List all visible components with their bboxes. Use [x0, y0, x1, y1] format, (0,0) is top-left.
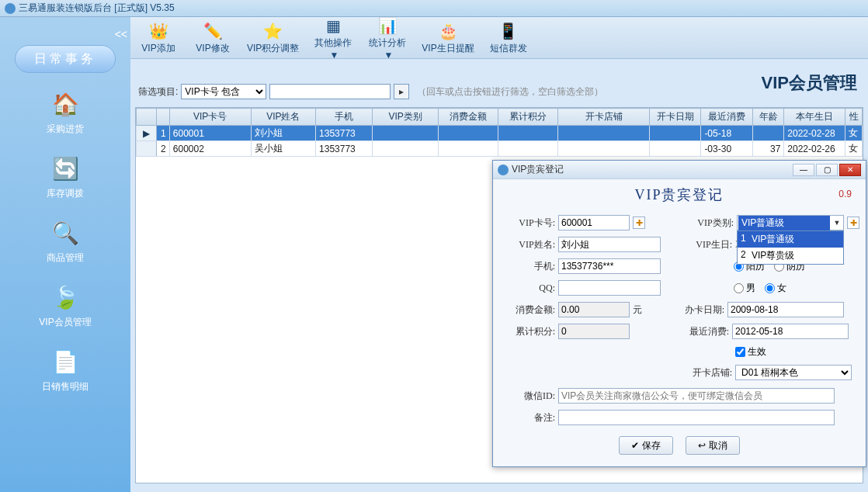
dialog-titlebar[interactable]: VIP贵宾登记 — ▢ ✕	[493, 161, 866, 179]
cancel-button[interactable]: ↩取消	[686, 436, 740, 455]
crown-edit-icon: ✏️	[193, 20, 233, 42]
vip-register-dialog: VIP贵宾登记 — ▢ ✕ VIP贵宾登记 0.9 VIP卡号:✚ VIP类别:…	[492, 160, 866, 467]
sidebar-title: 日常事务	[15, 45, 116, 73]
maximize-button[interactable]: ▢	[816, 164, 838, 176]
toolbar-points[interactable]: ⭐VIP积分调整	[247, 20, 299, 55]
sidebar-collapse-icon[interactable]: <<	[115, 28, 127, 40]
last-date-input[interactable]	[732, 324, 849, 339]
sidebar-item-purchase[interactable]: 🏠采购进货	[0, 88, 130, 136]
grid-col-shop[interactable]: 开卡店铺	[558, 109, 650, 126]
sidebar-item-label: 采购进货	[0, 123, 130, 136]
chevron-down-icon: ▼	[314, 50, 353, 61]
page-title: VIP会员管理	[762, 71, 857, 95]
type-dropdown: 1VIP普通级 2VIP尊贵级	[737, 230, 844, 265]
card-label: VIP卡号:	[507, 217, 555, 230]
chevron-down-icon: ▼	[369, 50, 408, 61]
save-button[interactable]: ✔保存	[619, 436, 673, 455]
grid-col-age[interactable]: 年龄	[752, 109, 784, 126]
transfer-icon: 🔄	[47, 153, 84, 184]
sidebar-item-label: 库存调拨	[0, 187, 130, 200]
card-add-button[interactable]: ✚	[633, 217, 645, 229]
grid-col-open[interactable]: 开卡日期	[650, 109, 701, 126]
house-icon: 🏠	[47, 88, 84, 120]
cake-icon: 🎂	[422, 20, 474, 42]
grid-col-name[interactable]: VIP姓名	[251, 109, 315, 126]
dialog-title: VIP贵宾登记	[512, 163, 791, 176]
table-row[interactable]: 2 600002 吴小姐 1353773 -03-30 37 2022-02-2…	[137, 141, 863, 157]
content-area: 👑VIP添加 ✏️VIP修改 ⭐VIP积分调整 ▦其他操作▼ 📊统计分析▼ 🎂V…	[130, 17, 868, 492]
grid-header-row: VIP卡号 VIP姓名 手机 VIP类别 消费金额 累计积分 开卡店铺 开卡日期…	[137, 109, 863, 126]
table-row[interactable]: ▶ 1 600001 刘小姐 1353773 -05-18 2022-02-28	[137, 126, 863, 141]
toolbar-birthday[interactable]: 🎂VIP生日提醒	[422, 20, 474, 55]
toolbar-stats[interactable]: 📊统计分析▼	[367, 15, 408, 61]
qq-label: QQ:	[507, 282, 555, 294]
note-icon: 📄	[47, 346, 84, 377]
grid-col-phone[interactable]: 手机	[316, 109, 373, 126]
card-input[interactable]	[558, 215, 630, 230]
crown-star-icon: ⭐	[247, 20, 299, 42]
type-combo[interactable]: VIP普通级▼	[737, 215, 844, 230]
qq-input[interactable]	[558, 280, 661, 296]
sidebar-item-label: VIP会员管理	[0, 316, 130, 329]
name-input[interactable]	[558, 237, 661, 252]
app-title: 三易通服装连锁版后台 [正式版] V5.35	[19, 2, 175, 15]
wechat-label: 微信ID:	[507, 390, 555, 403]
sidebar-item-label: 商品管理	[0, 251, 130, 265]
type-label: VIP类别:	[689, 217, 734, 230]
magnify-icon: 🔍	[47, 217, 84, 248]
toolbar-vip-edit[interactable]: ✏️VIP修改	[193, 20, 233, 55]
grid-col-bday[interactable]: 本年生日	[784, 109, 845, 126]
points-label: 累计积分:	[507, 325, 555, 338]
phone-input[interactable]	[558, 258, 661, 274]
filter-row: 筛选项目: VIP卡号 包含 ▸ （回车或点击按钮进行筛选，空白筛选全部）	[130, 59, 868, 107]
name-label: VIP姓名:	[507, 238, 555, 251]
toolbar-vip-add[interactable]: 👑VIP添加	[138, 20, 179, 55]
open-label: 办卡日期:	[679, 303, 724, 317]
minimize-button[interactable]: —	[793, 164, 814, 176]
phone-icon: 📱	[488, 20, 529, 42]
female-radio[interactable]	[765, 283, 775, 293]
close-button[interactable]: ✕	[839, 164, 861, 176]
amount-input	[558, 302, 630, 317]
check-icon: ✔	[631, 440, 639, 451]
remark-input[interactable]	[558, 410, 835, 425]
grid-col-indicator	[137, 109, 157, 126]
app-logo-icon	[5, 3, 16, 14]
birth-label: VIP生日:	[687, 238, 732, 251]
grid-col-amt[interactable]: 消费金额	[439, 109, 498, 126]
sidebar-item-sales[interactable]: 📄日销售明细	[0, 346, 130, 393]
sidebar-item-vip[interactable]: 🍃VIP会员管理	[0, 282, 130, 329]
dialog-heading: VIP贵宾登记	[493, 185, 866, 204]
grid-col-num[interactable]	[156, 109, 169, 126]
dialog-logo-icon	[498, 165, 509, 175]
filter-value-input[interactable]	[269, 84, 391, 99]
filter-go-button[interactable]: ▸	[394, 84, 409, 99]
phone-label: 手机:	[507, 260, 555, 273]
toolbar: 👑VIP添加 ✏️VIP修改 ⭐VIP积分调整 ▦其他操作▼ 📊统计分析▼ 🎂V…	[130, 17, 868, 59]
male-radio[interactable]	[734, 283, 744, 293]
open-date-input[interactable]	[727, 302, 844, 317]
crown-plus-icon: 👑	[138, 20, 179, 42]
sidebar: << 日常事务 🏠采购进货 🔄库存调拨 🔍商品管理 🍃VIP会员管理 📄日销售明…	[0, 17, 130, 492]
amount-label: 消费金额:	[507, 303, 555, 317]
grid-col-pts[interactable]: 累计积分	[498, 109, 558, 126]
active-checkbox[interactable]	[735, 347, 745, 357]
filter-hint: （回车或点击按钮进行筛选，空白筛选全部）	[417, 85, 603, 99]
type-option[interactable]: 2VIP尊贵级	[738, 248, 843, 264]
grid-col-sex[interactable]: 性	[845, 109, 863, 126]
grid-col-type[interactable]: VIP类别	[372, 109, 439, 126]
type-add-button[interactable]: ✚	[847, 217, 859, 229]
shop-select[interactable]: D01 梧桐本色	[735, 365, 852, 380]
last-label: 最近消费:	[684, 325, 729, 338]
grid-col-card[interactable]: VIP卡号	[169, 109, 251, 126]
toolbar-sms[interactable]: 📱短信群发	[488, 20, 529, 55]
filter-field-select[interactable]: VIP卡号 包含	[181, 84, 266, 99]
sidebar-item-inventory[interactable]: 🔄库存调拨	[0, 153, 130, 200]
sidebar-item-goods[interactable]: 🔍商品管理	[0, 217, 130, 265]
wechat-input[interactable]	[558, 388, 835, 404]
type-option[interactable]: 1VIP普通级	[738, 231, 843, 248]
back-icon: ↩	[698, 440, 706, 451]
sidebar-item-label: 日销售明细	[0, 380, 130, 393]
toolbar-other[interactable]: ▦其他操作▼	[313, 15, 353, 61]
grid-col-last[interactable]: 最近消费	[701, 109, 752, 126]
